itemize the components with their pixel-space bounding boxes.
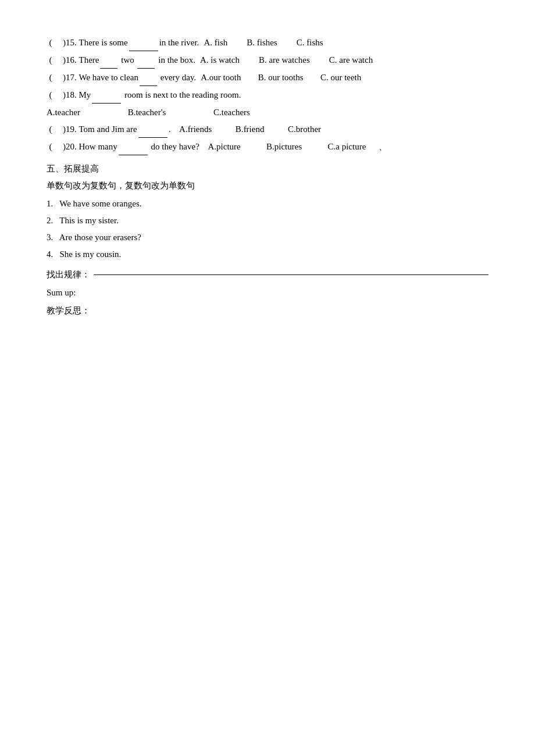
q19-blank — [138, 122, 167, 138]
q17-rest: every day. — [158, 70, 196, 85]
rule-label: 找出规律： — [47, 267, 90, 283]
q15-choiceB: B. fishes — [240, 38, 277, 47]
rule-underline — [94, 274, 488, 275]
section-five-subtitle: 单数句改为复数句，复数句改为单数句 — [47, 178, 488, 194]
q18-paren: ( — [47, 87, 55, 103]
exercise-4: 4. She is my cousin. — [47, 247, 488, 262]
q18-text: My — [79, 87, 91, 103]
exercise-4-num: 4. — [47, 249, 53, 259]
exercise-3: 3. Are those your erasers? — [47, 230, 488, 245]
exercise-1: 1. We have some oranges. — [47, 196, 488, 212]
exercise-3-num: 3. — [47, 233, 53, 242]
q20-number: )20. — [63, 139, 77, 155]
q16-text: There — [79, 52, 99, 68]
exercise-1-text: We have some oranges. — [59, 199, 141, 208]
q17-choices: A.our tooth B. our tooths C. our teeth — [201, 70, 372, 85]
q15-blank — [129, 35, 158, 51]
q15-rest: in the river. — [159, 35, 199, 51]
q16-mid: two — [119, 52, 136, 68]
q17-choiceA: A.our tooth — [201, 73, 241, 82]
q19-choices: A.friends B.friend C.brother — [175, 122, 331, 137]
q20-choiceA: A.picture — [204, 142, 241, 151]
q18-paren-close — [55, 87, 63, 103]
q18-number: )18. — [63, 87, 77, 103]
question-16: ( )16. There two in the box. A. is watch… — [47, 52, 488, 69]
q16-choiceB: B. are watches — [252, 55, 310, 65]
rule-line: 找出规律： — [47, 267, 488, 283]
q20-trailing: 、 — [376, 139, 387, 155]
q19-paren: ( — [47, 122, 55, 137]
q19-choiceA: A.friends — [175, 124, 212, 134]
q20-choices: A.picture B.pictures C.a picture — [204, 139, 377, 155]
exercise-1-num: 1. — [47, 199, 53, 208]
q20-text: How many — [79, 139, 117, 155]
q17-text: We have to clean — [79, 70, 139, 85]
question-19: ( )19. Tom and Jim are . A.friends B.fri… — [47, 122, 488, 138]
q20-rest: do they have? — [149, 139, 199, 155]
exercise-2-text: This is my sister. — [59, 216, 119, 225]
exercise-3-text: Are those your erasers? — [59, 233, 141, 242]
q18-blank — [92, 87, 121, 104]
q15-number: )15. — [63, 35, 77, 51]
q19-number: )19. — [63, 122, 77, 137]
q17-choiceC: C. our teeth — [316, 73, 361, 82]
question-17: ( )17. We have to clean every day. A.our… — [47, 70, 488, 86]
q19-text: Tom and Jim are — [79, 122, 137, 137]
q15-choiceC: C. fishs — [290, 38, 323, 47]
q20-blank — [119, 139, 148, 155]
reflection-label: 教学反思： — [47, 306, 90, 315]
q16-blank2 — [137, 52, 155, 69]
sumup-line: Sum up: — [47, 285, 488, 301]
q17-paren-close — [55, 70, 63, 85]
q19-paren-close — [55, 122, 63, 137]
q18-choiceA: A.teacher — [47, 108, 80, 117]
q16-blank1 — [100, 52, 117, 69]
q17-paren: ( — [47, 70, 55, 85]
q15-paren-close — [55, 35, 63, 51]
section-five-title: 五、拓展提高 — [47, 161, 488, 177]
q15-choices: A. fish B. fishes C. fishs — [204, 35, 333, 51]
q16-paren-close — [55, 52, 63, 68]
q16-choiceC: C. are watch — [323, 55, 373, 65]
exercise-4-text: She is my cousin. — [60, 249, 122, 259]
q17-choiceB: B. our tooths — [254, 73, 303, 82]
q20-choiceC: C.a picture — [315, 142, 366, 151]
q15-choiceA: A. fish — [204, 38, 227, 47]
q15-text: There is some — [79, 35, 128, 51]
exercise-2-num: 2. — [47, 216, 53, 225]
q18-choiceC: C.teachers — [213, 108, 250, 117]
question-15: ( )15. There is some in the river. A. fi… — [47, 35, 488, 51]
q20-paren-close — [55, 139, 63, 155]
q20-paren: ( — [47, 139, 55, 155]
q19-rest: . — [169, 122, 171, 137]
q20-choiceB: B.pictures — [253, 142, 302, 151]
q16-rest: in the box. — [156, 52, 195, 68]
q16-number: )16. — [63, 52, 77, 68]
exercise-2: 2. This is my sister. — [47, 213, 488, 229]
q19-choiceC: C.brother — [277, 124, 321, 134]
q17-blank — [140, 70, 157, 86]
q16-choices: A. is watch B. are watches C. are watch — [200, 52, 383, 68]
reflection-line: 教学反思： — [47, 303, 488, 319]
q16-paren: ( — [47, 52, 55, 68]
q18-rest: room is next to the reading room. — [122, 87, 241, 103]
q18-choiceB: B.teacher's — [128, 108, 166, 117]
q18-choices-row: A.teacher B.teacher's C.teachers — [47, 105, 488, 120]
q15-paren: ( — [47, 35, 55, 51]
q17-number: )17. — [63, 70, 77, 85]
q16-choiceA: A. is watch — [200, 55, 240, 65]
question-20: ( )20. How many do they have? A.picture … — [47, 139, 488, 155]
q19-choiceB: B.friend — [224, 124, 264, 134]
question-18: ( )18. My room is next to the reading ro… — [47, 87, 488, 104]
sumup-label: Sum up: — [47, 288, 76, 297]
